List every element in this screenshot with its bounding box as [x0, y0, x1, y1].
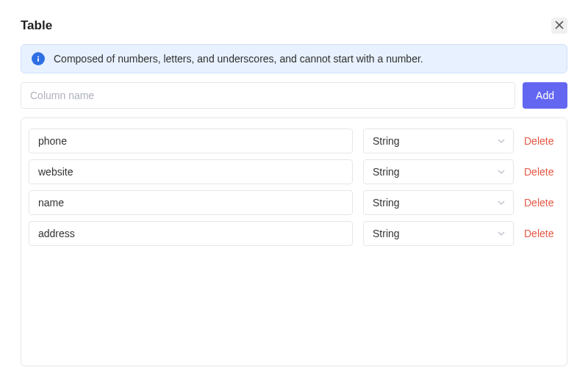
columns-panel: String Delete String Delete String — [21, 117, 567, 366]
type-select[interactable]: String — [363, 159, 514, 184]
info-alert: Composed of numbers, letters, and unders… — [21, 44, 567, 73]
modal-header: Table — [21, 18, 567, 34]
type-select-value: String — [373, 166, 400, 178]
type-select[interactable]: String — [363, 128, 514, 153]
delete-button[interactable]: Delete — [524, 166, 559, 178]
column-name-input[interactable] — [21, 82, 515, 109]
info-icon — [32, 52, 45, 65]
chevron-down-icon — [497, 167, 506, 176]
chevron-down-icon — [497, 198, 506, 207]
column-name-field[interactable] — [29, 128, 353, 153]
close-icon — [555, 19, 564, 32]
close-button[interactable] — [551, 18, 567, 34]
column-name-field[interactable] — [29, 190, 353, 215]
table-row: String Delete — [29, 190, 559, 215]
delete-button[interactable]: Delete — [524, 135, 559, 147]
add-button[interactable]: Add — [523, 82, 567, 109]
delete-button[interactable]: Delete — [524, 228, 559, 239]
type-select[interactable]: String — [363, 190, 514, 215]
modal-title: Table — [21, 18, 52, 33]
type-select[interactable]: String — [363, 221, 514, 246]
table-modal: Table Composed of numbers, letters, and … — [0, 0, 588, 384]
type-select-value: String — [373, 228, 400, 239]
column-name-field[interactable] — [29, 159, 353, 184]
svg-rect-3 — [37, 58, 39, 62]
chevron-down-icon — [497, 229, 506, 238]
table-row: String Delete — [29, 159, 559, 184]
table-row: String Delete — [29, 128, 559, 153]
info-alert-text: Composed of numbers, letters, and unders… — [54, 53, 423, 65]
column-name-field[interactable] — [29, 221, 353, 246]
svg-point-2 — [37, 56, 39, 57]
chevron-down-icon — [497, 137, 506, 145]
type-select-value: String — [373, 197, 400, 209]
type-select-value: String — [373, 135, 400, 147]
table-row: String Delete — [29, 221, 559, 246]
add-column-row: Add — [21, 82, 567, 109]
delete-button[interactable]: Delete — [524, 197, 559, 209]
